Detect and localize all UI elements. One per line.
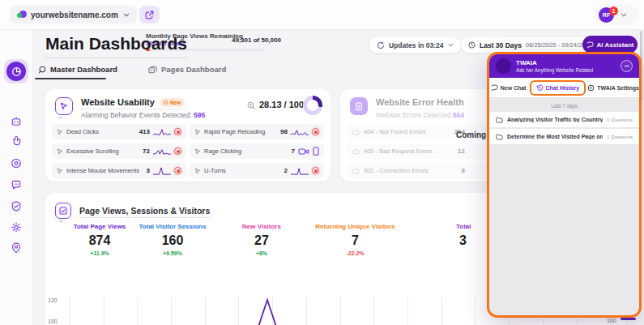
tab-label: New Chat <box>501 85 527 91</box>
row-label: Dead Clicks <box>66 128 136 135</box>
minimize-panel-button[interactable] <box>621 60 633 72</box>
tab-pages-label: Pages Dashboard <box>161 65 226 74</box>
metric-label: Total Visitor Sessions <box>136 223 209 230</box>
usability-row-excessive-scrolling[interactable]: Excessive Scrolling 72 <box>52 143 186 159</box>
cloud-icon <box>352 129 360 135</box>
row-value: 3 <box>147 167 150 174</box>
history-item-title: Analyzing Visitor Traffic by Country <box>507 117 603 122</box>
tab-master-dashboard[interactable]: Master Dashboard <box>38 65 117 74</box>
user-menu[interactable]: RF 1 <box>595 4 638 25</box>
twaia-tab-bar: New Chat Chat History TWAIA Settings <box>489 78 639 98</box>
usability-card-title: Website Usability New <box>81 97 185 109</box>
chat-icon <box>586 41 594 49</box>
minus-icon <box>625 66 629 66</box>
metric-total-visitor-sessions: Total Visitor Sessions 160 +9.59% <box>136 223 209 256</box>
domain-name: yourwebsitename.com <box>31 11 118 19</box>
history-icon <box>536 84 544 92</box>
record-icon[interactable] <box>174 128 181 135</box>
tab-label: TWAIA Settings <box>597 85 639 91</box>
active-tab-underline <box>35 78 106 79</box>
sidebar-item-recordings[interactable] <box>11 157 23 169</box>
metric-value: 874 <box>63 233 136 248</box>
row-label: Intense Mouse Movements <box>66 167 143 174</box>
usability-row-rage-clicking[interactable]: Rage Clicking 7 <box>190 143 324 159</box>
usability-row-intense-mouse[interactable]: Intense Mouse Movements 3 <box>52 163 186 178</box>
website-usability-card: Website Usability New Alarming Behavior … <box>45 89 331 182</box>
metrics-card-icon <box>55 203 71 219</box>
sparkline-icon <box>153 148 171 156</box>
video-recording-icon[interactable] <box>298 148 309 156</box>
left-sidebar <box>0 29 33 325</box>
open-site-button[interactable] <box>139 6 160 24</box>
events-detected-value: 595 <box>194 111 205 119</box>
chevron-down-icon <box>448 43 454 47</box>
cloud-icon <box>352 168 360 174</box>
sidebar-item-geo[interactable] <box>11 242 23 254</box>
history-item-count: 1 Questions <box>607 118 633 122</box>
record-icon[interactable] <box>174 167 181 174</box>
sidebar-item-settings[interactable] <box>11 221 23 233</box>
record-icon[interactable] <box>312 167 319 174</box>
error-card-title: Website Error Health <box>376 97 464 109</box>
metric-total-page-views: Total Page Views 874 +11.9% <box>63 223 136 256</box>
row-value: 2 <box>284 167 288 174</box>
shield-privacy-icon <box>11 200 23 212</box>
tab-twaia-settings[interactable]: TWAIA Settings <box>587 84 639 92</box>
row-label: 302 - Connection Errors <box>364 167 458 174</box>
updates-timer-dropdown[interactable]: Updates in 03:24 <box>369 36 462 53</box>
tab-chat-history[interactable]: Chat History <box>528 80 588 96</box>
site-favicon-icon <box>17 11 26 19</box>
recordings-icon <box>11 157 23 169</box>
folder-icon <box>496 117 503 123</box>
feedback-chat-icon <box>11 179 23 191</box>
magnifier-plus-icon <box>247 101 256 110</box>
sidebar-item-privacy[interactable] <box>11 200 23 212</box>
error-page-icon <box>355 102 363 111</box>
bot-icon <box>11 115 23 127</box>
tab-label: Chat History <box>546 85 580 91</box>
sparkline-icon <box>153 128 171 136</box>
folder-icon <box>496 134 503 140</box>
row-value: 72 <box>143 148 150 155</box>
checklist-icon <box>59 207 67 215</box>
new-chat-icon <box>491 84 498 92</box>
sidebar-item-bot[interactable] <box>11 115 23 127</box>
history-item-title: Determine the Most Visited Page on My We… <box>507 134 603 139</box>
row-value: 12 <box>458 148 465 155</box>
tab-pages-dashboard[interactable]: Pages Dashboard <box>148 65 226 74</box>
usability-row-u-turns[interactable]: U-Turns 2 <box>190 163 324 178</box>
record-icon[interactable] <box>312 128 319 135</box>
row-label: Rapid Page Reloading <box>204 128 277 135</box>
top-bar: yourwebsitename.com RF 1 <box>0 0 644 30</box>
sidebar-item-dashboards[interactable] <box>4 59 28 83</box>
mobile-icon[interactable] <box>313 147 319 156</box>
notification-badge: 1 <box>609 6 618 15</box>
ai-assistant-button[interactable]: AI Assistant <box>582 36 638 53</box>
sparkline-icon <box>291 167 309 175</box>
chevron-down-icon[interactable] <box>58 116 63 119</box>
usability-score: 28.13 / 100 <box>259 100 304 109</box>
history-item-count: 1 Questions <box>607 135 633 139</box>
row-label: 400 - Bad Request Errors <box>364 148 454 155</box>
chat-history-item[interactable]: Analyzing Visitor Traffic by Country 1 Q… <box>489 112 639 127</box>
metric-delta: +11.9% <box>63 250 136 256</box>
usability-row-rapid-reloading[interactable]: Rapid Page Reloading 98 <box>190 124 324 139</box>
ai-assistant-label: AI Assistant <box>597 41 634 49</box>
chat-history-item[interactable]: Determine the Most Visited Page on My We… <box>489 129 639 144</box>
row-value: 413 <box>139 128 150 135</box>
usability-card-subtitle: Alarming Behavior Events Detected: 595 <box>81 111 205 119</box>
tab-new-chat[interactable]: New Chat <box>489 84 528 92</box>
sidebar-item-gestures[interactable] <box>11 135 23 147</box>
chat-history-highlight[interactable]: Chat History <box>530 80 586 96</box>
sidebar-item-feedback[interactable] <box>11 179 23 191</box>
row-label: Rage Clicking <box>204 148 288 155</box>
sparkline-icon <box>291 128 309 136</box>
row-value: 98 <box>280 128 288 135</box>
record-icon[interactable] <box>174 148 181 155</box>
errors-detected-value: 864 <box>453 111 464 119</box>
usability-row-dead-clicks[interactable]: Dead Clicks 413 <box>52 124 186 139</box>
metric-delta: -22.2% <box>309 250 402 256</box>
settings-dial-icon <box>587 84 595 92</box>
domain-selector[interactable]: yourwebsitename.com <box>10 6 137 24</box>
twaia-panel-header: TWAIA Ask her Anything Website Related <box>489 54 639 78</box>
